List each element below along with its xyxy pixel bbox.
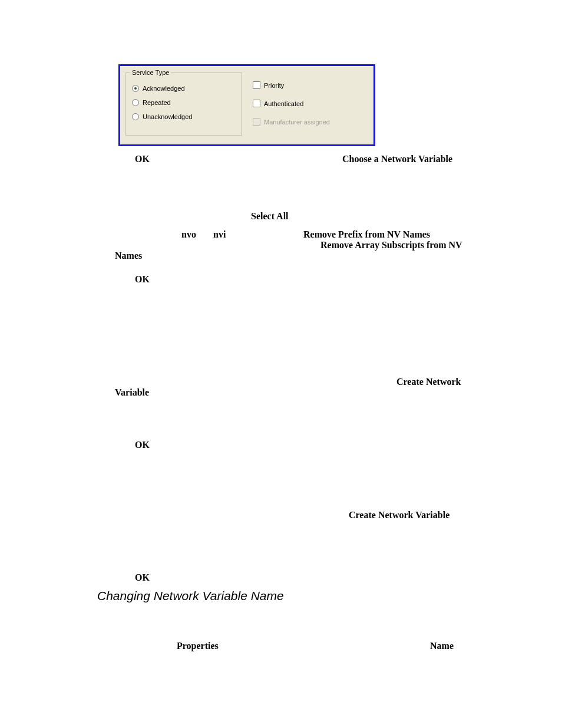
ok-button-label: OK — [135, 274, 150, 285]
create-network-variable-label: Create Network Variable — [349, 510, 449, 521]
radio-label: Unacknowledged — [143, 113, 192, 120]
nvo-prefix: nvo — [181, 229, 196, 240]
choose-network-variable-label: Choose a Network Variable — [342, 154, 452, 164]
service-type-dialog: Service Type Acknowledged Repeated Unack… — [118, 64, 375, 146]
checkbox-authenticated[interactable]: Authenticated — [253, 100, 303, 107]
name-label: Name — [430, 641, 454, 651]
ok-button-label: OK — [135, 154, 150, 164]
radio-icon — [132, 113, 139, 120]
radio-repeated[interactable]: Repeated — [132, 99, 171, 106]
create-network-label: Create Network — [396, 377, 461, 387]
checkbox-icon — [253, 100, 260, 107]
checkbox-manufacturer-assigned: Manufacturer assigned — [253, 118, 330, 126]
radio-acknowledged[interactable]: Acknowledged — [132, 85, 185, 92]
service-type-fieldset: Service Type Acknowledged Repeated Unack… — [125, 73, 242, 136]
checkbox-label: Authenticated — [264, 100, 303, 107]
checkbox-priority[interactable]: Priority — [253, 81, 284, 89]
checkbox-icon — [253, 118, 260, 126]
select-all-label: Select All — [251, 211, 289, 222]
checkbox-label: Priority — [264, 82, 284, 89]
ok-button-label: OK — [135, 572, 150, 583]
radio-icon — [132, 99, 139, 106]
section-heading: Changing Network Variable Name — [97, 589, 284, 603]
names-label: Names — [115, 251, 142, 261]
checkbox-icon — [253, 81, 260, 89]
remove-subscripts-label: Remove Array Subscripts from NV — [320, 240, 462, 251]
radio-unacknowledged[interactable]: Unacknowledged — [132, 113, 192, 120]
radio-label: Acknowledged — [143, 85, 185, 92]
fieldset-legend: Service Type — [130, 69, 171, 76]
remove-prefix-label: Remove Prefix from NV Names — [303, 229, 430, 240]
properties-label: Properties — [177, 641, 219, 651]
document-page: Service Type Acknowledged Repeated Unack… — [0, 0, 562, 728]
nvi-prefix: nvi — [213, 229, 226, 240]
radio-icon — [132, 85, 139, 92]
checkbox-label: Manufacturer assigned — [264, 118, 330, 126]
radio-label: Repeated — [143, 99, 171, 106]
ok-button-label: OK — [135, 440, 150, 450]
variable-label: Variable — [115, 387, 149, 398]
